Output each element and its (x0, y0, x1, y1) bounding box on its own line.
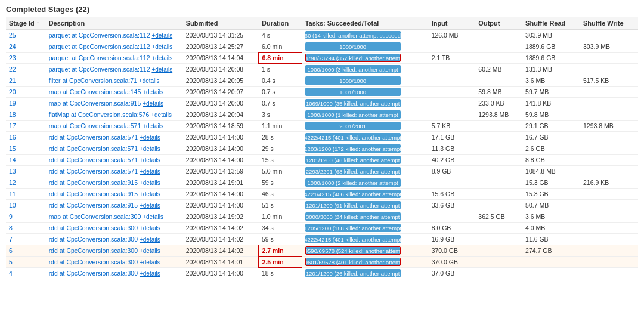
details-link[interactable]: +details (140, 191, 160, 197)
stage-id-cell: 24 (6, 41, 46, 52)
desc-link[interactable]: map at CpcConversion.scala:145 (49, 88, 141, 95)
details-link[interactable]: +details (139, 78, 160, 84)
output-cell (475, 155, 522, 166)
submitted-cell: 2020/08/13 14:14:00 (183, 189, 259, 200)
duration-cell: 2.5 min (259, 257, 302, 268)
desc-link[interactable]: rdd at CpcConversion.scala:915 (49, 202, 138, 209)
submitted-cell: 2020/08/13 14:14:02 (183, 245, 259, 257)
desc-link[interactable]: rdd at CpcConversion.scala:571 (49, 156, 138, 163)
details-link[interactable]: +details (140, 202, 160, 209)
tasks-cell: 4222/4215 (401 killed: another attempt (302, 132, 429, 143)
desc-link[interactable]: rdd at CpcConversion.scala:571 (49, 145, 138, 152)
desc-link[interactable]: rdd at CpcConversion.scala:571 (49, 134, 138, 141)
stage-id-link[interactable]: 10 (9, 202, 16, 209)
output-cell (475, 189, 522, 200)
stage-id-link[interactable]: 16 (9, 134, 16, 141)
details-link[interactable]: +details (140, 248, 160, 254)
stage-id-link[interactable]: 6 (9, 247, 13, 254)
submitted-cell: 2020/08/13 14:14:02 (183, 234, 259, 245)
stage-id-link[interactable]: 24 (9, 43, 16, 50)
desc-link[interactable]: rdd at CpcConversion.scala:300 (49, 258, 138, 265)
details-link[interactable]: +details (140, 146, 160, 152)
col-header-input[interactable]: Input (429, 17, 476, 30)
desc-link[interactable]: rdd at CpcConversion.scala:300 (49, 247, 138, 254)
details-link[interactable]: +details (143, 123, 163, 129)
stage-id-link[interactable]: 25 (9, 32, 16, 39)
details-link[interactable]: +details (140, 134, 160, 141)
details-link[interactable]: +details (143, 89, 163, 95)
stage-id-link[interactable]: 22 (9, 66, 16, 73)
col-header-output[interactable]: Output (475, 17, 522, 30)
details-link[interactable]: +details (140, 225, 160, 231)
stage-id-link[interactable]: 23 (9, 54, 16, 61)
desc-link[interactable]: parquet at CpcConversion.scala:112 (49, 32, 150, 39)
desc-link[interactable]: rdd at CpcConversion.scala:915 (49, 179, 138, 186)
tasks-cell: 4221/4215 (406 killed: another attempt (302, 189, 429, 200)
desc-cell: rdd at CpcConversion.scala:300 +details (46, 234, 183, 245)
stage-id-link[interactable]: 8 (9, 224, 13, 231)
details-link[interactable]: +details (151, 66, 172, 73)
stage-id-link[interactable]: 11 (9, 190, 16, 197)
stage-id-link[interactable]: 4 (9, 270, 13, 277)
stage-id-link[interactable]: 18 (9, 111, 16, 118)
desc-link[interactable]: map at CpcConversion.scala:915 (49, 100, 141, 107)
stage-id-link[interactable]: 15 (9, 145, 16, 152)
duration-cell: 5.0 min (259, 166, 302, 177)
details-link[interactable]: +details (151, 55, 172, 61)
desc-link[interactable]: rdd at CpcConversion.scala:300 (49, 236, 138, 243)
details-link[interactable]: +details (140, 236, 160, 243)
output-cell (475, 257, 522, 268)
stage-id-link[interactable]: 12 (9, 179, 16, 186)
desc-link[interactable]: map at CpcConversion.scala:300 (49, 213, 141, 220)
desc-link[interactable]: filter at CpcConversion.scala:71 (49, 77, 137, 84)
desc-link[interactable]: parquet at CpcConversion.scala:112 (49, 54, 150, 61)
table-row: 5rdd at CpcConversion.scala:300 +details… (6, 257, 638, 268)
desc-link[interactable]: rdd at CpcConversion.scala:915 (49, 190, 138, 197)
stage-id-link[interactable]: 5 (9, 258, 13, 265)
input-cell (429, 87, 476, 98)
desc-link[interactable]: parquet at CpcConversion.scala:112 (49, 43, 150, 50)
table-row: 25parquet at CpcConversion.scala:112 +de… (6, 30, 638, 41)
desc-link[interactable]: rdd at CpcConversion.scala:571 (49, 168, 138, 175)
table-row: 22parquet at CpcConversion.scala:112 +de… (6, 64, 638, 75)
stage-id-link[interactable]: 21 (9, 77, 16, 84)
stage-id-link[interactable]: 20 (9, 88, 16, 95)
table-row: 17map at CpcConversion.scala:571 +detail… (6, 121, 638, 132)
output-cell (475, 132, 522, 143)
stage-id-link[interactable]: 13 (9, 168, 16, 175)
col-header-shuffleread[interactable]: Shuffle Read (522, 17, 580, 30)
col-header-stageid[interactable]: Stage Id ↑ (6, 17, 46, 30)
input-cell: 8.9 GB (429, 166, 476, 177)
details-link[interactable]: +details (140, 259, 160, 265)
details-link[interactable]: +details (140, 168, 160, 175)
desc-link[interactable]: parquet at CpcConversion.scala:112 (49, 66, 150, 73)
desc-link[interactable]: map at CpcConversion.scala:571 (49, 122, 141, 129)
desc-cell: rdd at CpcConversion.scala:571 +details (46, 155, 183, 166)
desc-link[interactable]: flatMap at CpcConversion.scala:576 (49, 111, 150, 118)
tasks-cell: 1001/1000 (302, 87, 429, 98)
col-header-shufflewrite[interactable]: Shuffle Write (580, 17, 638, 30)
details-link[interactable]: +details (143, 214, 163, 220)
stage-id-link[interactable]: 9 (9, 213, 13, 220)
stage-id-link[interactable]: 14 (9, 156, 16, 163)
col-header-duration[interactable]: Duration (259, 17, 302, 30)
desc-link[interactable]: rdd at CpcConversion.scala:300 (49, 224, 138, 231)
details-link[interactable]: +details (151, 44, 172, 50)
details-link[interactable]: +details (140, 180, 160, 186)
stage-id-link[interactable]: 19 (9, 100, 16, 107)
col-header-submitted[interactable]: Submitted (183, 17, 259, 30)
details-link[interactable]: +details (143, 100, 163, 107)
col-header-tasks[interactable]: Tasks: Succeeded/Total (302, 17, 429, 30)
tasks-cell: 1000/1000 (1 killed: another attempt (302, 109, 429, 121)
details-link[interactable]: +details (140, 270, 160, 277)
details-link[interactable]: +details (151, 32, 172, 39)
table-row: 11rdd at CpcConversion.scala:915 +detail… (6, 189, 638, 200)
duration-cell: 0.4 s (259, 75, 302, 87)
duration-cell: 34 s (259, 223, 302, 234)
stage-id-link[interactable]: 7 (9, 236, 13, 243)
details-link[interactable]: +details (151, 112, 172, 118)
details-link[interactable]: +details (140, 157, 160, 163)
stage-id-link[interactable]: 17 (9, 122, 16, 129)
col-header-desc[interactable]: Description (46, 17, 183, 30)
desc-link[interactable]: rdd at CpcConversion.scala:300 (49, 270, 138, 277)
